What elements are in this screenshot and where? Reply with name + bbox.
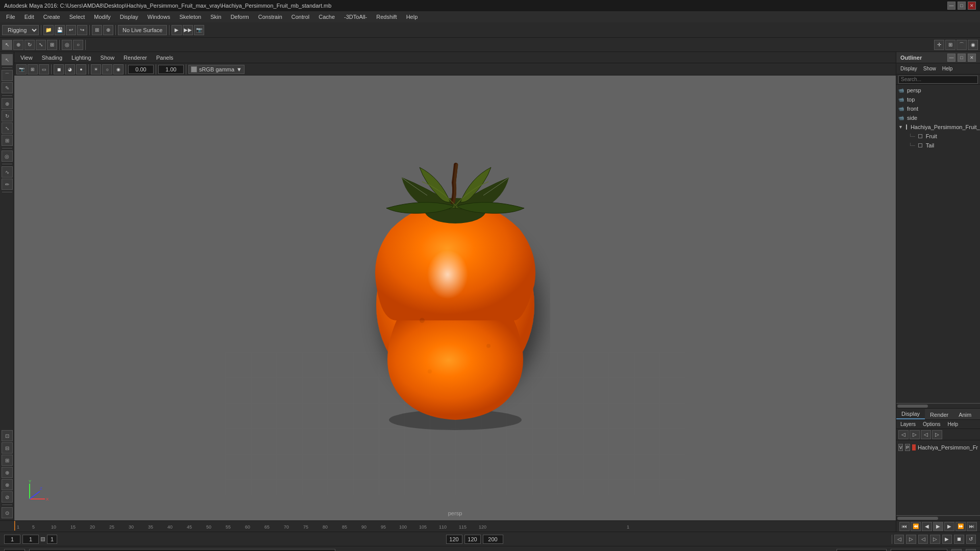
layer-p-btn[interactable]: P (905, 444, 910, 451)
vp-value2[interactable]: 1.00 (158, 65, 184, 74)
anim-play-fwd[interactable]: ▶ (942, 535, 952, 544)
redo-btn[interactable]: ↪ (77, 25, 87, 35)
viewport-3d[interactable]: persp X Y Z (14, 76, 896, 520)
maximize-button[interactable]: □ (958, 2, 966, 10)
anim-key3[interactable]: ◁ (918, 535, 928, 544)
rotate-tool[interactable]: ↻ (24, 40, 35, 50)
menu-modify[interactable]: Modify (90, 13, 114, 21)
next-frame-btn[interactable]: ⏩ (955, 522, 966, 531)
go-end-btn[interactable]: ⏭ (967, 522, 977, 531)
vp-shading3[interactable]: ● (76, 64, 86, 74)
play-btn[interactable]: ▶ (933, 522, 943, 531)
scale-tool-btn[interactable]: ⤡ (2, 122, 13, 134)
outliner-item-tail[interactable]: └─ Tail (896, 141, 980, 150)
menu-3dtoall[interactable]: -3DToAll- (340, 13, 371, 21)
layers-tab[interactable]: Layers (897, 420, 919, 428)
vp-value1[interactable]: 0.00 (128, 65, 154, 74)
end-frame-display[interactable]: 120 (446, 535, 462, 544)
layer-v-btn[interactable]: V (898, 444, 903, 451)
status-extra-btn2[interactable]: ⊗ (966, 549, 976, 552)
vp-grid-btn[interactable]: ⊞ (28, 64, 38, 74)
anim-key1[interactable]: ◁ (894, 535, 904, 544)
outliner-item-persp[interactable]: 📹 persp (896, 86, 980, 95)
layer-up-btn[interactable]: ◁ (921, 430, 931, 439)
left-misc3[interactable]: ⊞ (2, 455, 13, 466)
outliner-close-btn[interactable]: ✕ (968, 54, 976, 62)
layer-add-btn[interactable]: ◁ (898, 430, 909, 439)
undo-btn[interactable]: ↩ (66, 25, 76, 35)
window-controls[interactable]: — □ ✕ (947, 2, 976, 10)
menu-deform[interactable]: Deform (227, 13, 253, 21)
menu-file[interactable]: File (2, 13, 19, 21)
menu-control[interactable]: Control (287, 13, 313, 21)
status-input[interactable]: Select Tool: select an object (29, 549, 335, 552)
vp-light1[interactable]: ☀ (91, 64, 101, 74)
current-frame-field[interactable]: 1 (4, 535, 20, 544)
left-misc7[interactable]: ⊙ (2, 507, 13, 518)
menu-display[interactable]: Display (116, 13, 142, 21)
anim-key4[interactable]: ▷ (930, 535, 940, 544)
anim-play-loop[interactable]: ↺ (966, 535, 976, 544)
outliner-search-input[interactable] (898, 76, 978, 84)
outliner-item-front[interactable]: 📹 front (896, 104, 980, 113)
tab-display[interactable]: Display (896, 409, 925, 419)
outliner-menu-display[interactable]: Display (898, 65, 919, 72)
lasso-tool-btn[interactable]: ⌒ (2, 70, 13, 81)
outliner-item-hachiya-group[interactable]: ▼ Hachiya_Persimmon_Fruit_ (896, 122, 980, 132)
move-tool[interactable]: ⊕ (13, 40, 23, 50)
vp-menu-view[interactable]: View (16, 54, 37, 62)
anim-key2[interactable]: ▷ (906, 535, 916, 544)
menu-skin[interactable]: Skin (206, 13, 225, 21)
render-btn[interactable]: ▶ (172, 25, 182, 35)
vp-wire-btn[interactable]: ▭ (39, 64, 49, 74)
next-key-btn[interactable]: ▶ (944, 522, 954, 531)
outliner-item-fruit[interactable]: └─ Fruit (896, 132, 980, 141)
render-seq-btn[interactable]: ▶▶ (183, 25, 193, 35)
help-tab[interactable]: Help (944, 420, 961, 428)
menu-select[interactable]: Select (65, 13, 89, 21)
menu-create[interactable]: Create (39, 13, 64, 21)
outliner-max-btn[interactable]: □ (958, 54, 966, 62)
prev-frame-btn[interactable]: ⏪ (911, 522, 921, 531)
scale-tool[interactable]: ⤡ (36, 40, 46, 50)
close-button[interactable]: ✕ (968, 2, 976, 10)
save-btn[interactable]: 💾 (55, 25, 65, 35)
paint-sel-btn[interactable]: ✎ (2, 82, 13, 93)
vp-camera-btn[interactable]: 📷 (16, 64, 27, 74)
outliner-menu-show[interactable]: Show (921, 65, 938, 72)
snap-point[interactable]: ◉ (968, 40, 978, 50)
universal-manipulator[interactable]: ⊞ (2, 135, 13, 146)
select-tool-btn[interactable]: ↖ (2, 54, 13, 65)
snap-grid[interactable]: ⊞ (945, 40, 955, 50)
soft-select[interactable]: ◎ (62, 40, 72, 50)
color-space-dropdown[interactable]: sRGB gamma ▼ (188, 65, 244, 74)
go-start-btn[interactable]: ⏮ (899, 522, 910, 531)
named-frame-field[interactable]: 1 (47, 535, 57, 544)
anim-stop[interactable]: ⏹ (954, 535, 964, 544)
move-tool-btn[interactable]: ⊕ (2, 98, 13, 109)
vp-shading2[interactable]: ◕ (65, 64, 75, 74)
prev-key-btn[interactable]: ◀ (922, 522, 932, 531)
status-extra-btn1[interactable]: ⊕ (951, 549, 962, 552)
layer-scrollbar-thumb[interactable] (897, 517, 938, 520)
tab-anim[interactable]: Anim (953, 410, 976, 419)
left-misc1[interactable]: ⊡ (2, 430, 13, 441)
layer-remove-btn[interactable]: ▷ (910, 430, 920, 439)
no-live-surface-indicator[interactable]: No Live Surface (118, 25, 167, 35)
total-frames-field[interactable]: 120 (464, 535, 481, 544)
timeline-track[interactable]: 1 5 10 15 20 25 30 35 40 45 50 55 60 65 … (14, 521, 896, 532)
left-misc4[interactable]: ⊕ (2, 467, 13, 478)
outliner-scrollbar-thumb[interactable] (897, 405, 928, 408)
tab-render[interactable]: Render (925, 410, 953, 419)
menu-edit[interactable]: Edit (20, 13, 38, 21)
menu-cache[interactable]: Cache (314, 13, 339, 21)
vp-menu-panels[interactable]: Panels (152, 54, 178, 62)
left-misc2[interactable]: ⊟ (2, 442, 13, 454)
soft-mod-btn[interactable]: ◎ (2, 151, 13, 162)
snapshot-btn[interactable]: 📷 (194, 25, 204, 35)
vp-light2[interactable]: ☼ (102, 64, 112, 74)
curve-tool-btn[interactable]: ∿ (2, 166, 13, 178)
outliner-min-btn[interactable]: — (947, 54, 955, 62)
outliner-item-top[interactable]: 📹 top (896, 95, 980, 104)
options-tab[interactable]: Options (920, 420, 943, 428)
